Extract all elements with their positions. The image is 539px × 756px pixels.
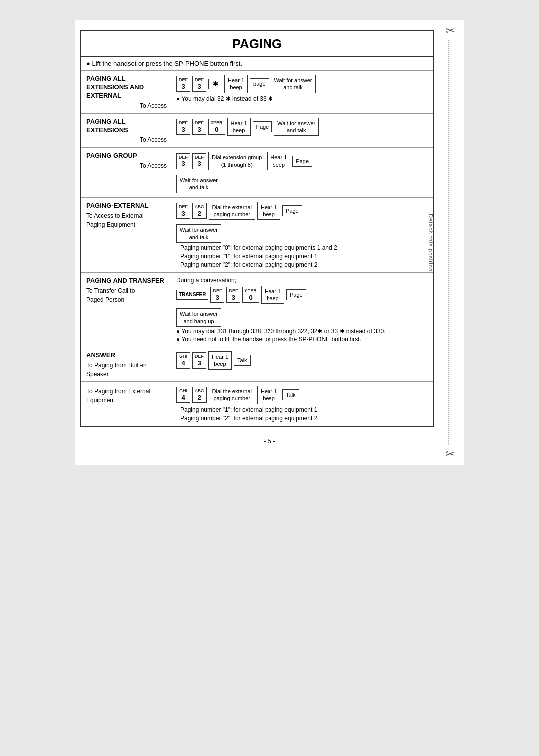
section-label-answer: ANSWERTo Paging from Built-inSpeaker [81, 347, 171, 381]
section-sub2: Equipment [86, 397, 167, 404]
section-sub2: Paging Equipment [86, 221, 167, 228]
section-content-answer: GHI4DEF3Hear 1 beepTalk [171, 347, 433, 381]
wait-box: Wait for answer and talk [176, 175, 221, 193]
section-title: PAGING ALL EXTENSIONS [86, 118, 167, 135]
key-row: GHI4ABC2Dial the external paging numberH… [176, 386, 428, 404]
page-title: PAGING [81, 31, 433, 57]
section-title: PAGING AND TRANSFER [86, 277, 167, 285]
section-row-paging-and-transfer: PAGING AND TRANSFERTo Transfer Call toPa… [81, 273, 433, 347]
main-content: PAGING Lift the handset or press the SP-… [80, 30, 434, 427]
detach-label: Detach this position [428, 214, 434, 272]
scissors-top-icon: ✂ [446, 25, 455, 36]
section-content-paging-all-ext: DEF3DEF30PER0Hear 1 beepPageWait for ans… [171, 114, 433, 148]
section-sub: To Access [86, 136, 167, 143]
section-sub1: To Paging from Built-in [86, 362, 167, 369]
indent-note: Paging number "2": for external paging e… [180, 261, 428, 268]
key-row: TRANSFERDEF3DEF30PER0Hear 1 beepPage [176, 286, 428, 304]
section-title: ANSWER [86, 351, 167, 360]
section-content-paging-group: DEF3DEF3Dial extension group (1 through … [171, 148, 433, 197]
page-wrapper: ✂ Detach this position ✂ PAGING Lift the… [75, 20, 464, 465]
indent-note: Paging number "1": for external paging e… [180, 253, 428, 260]
scissors-bottom-icon: ✂ [446, 449, 455, 460]
wait-box: Wait for answer and hang up [176, 308, 221, 327]
section-sub: To Access [86, 162, 167, 169]
section-sub1: To Access to External [86, 212, 167, 219]
section-sub2: Speaker [86, 371, 167, 378]
section-sub: To Access [86, 102, 167, 109]
section-sub1: To Transfer Call to [86, 287, 167, 294]
indent-note: Paging number "2": for external paging e… [180, 415, 428, 422]
bullet-note: You may dial 331 through 338, 320 throug… [176, 328, 428, 335]
section-content-answer-external: GHI4ABC2Dial the external paging numberH… [171, 382, 433, 426]
note-line: You may dial 32 ✱ instead of 33 ✱ [176, 95, 428, 102]
section-label-paging-all-ext: PAGING ALL EXTENSIONSTo Access [81, 114, 171, 148]
key-row: DEF3DEF30PER0Hear 1 beepPageWait for ans… [176, 118, 428, 136]
intro-line: Lift the handset or press the SP-PHONE b… [81, 57, 433, 71]
indent-note: Paging number "0": for external paging e… [180, 244, 428, 251]
section-label-paging-external: PAGING-EXTERNALTo Access to ExternalPagi… [81, 198, 171, 272]
key-row: DEF3ABC2Dial the external paging numberH… [176, 202, 428, 220]
section-label-answer-external: To Paging from ExternalEquipment [81, 382, 171, 426]
section-row-paging-group: PAGING GROUPTo AccessDEF3DEF3Dial extens… [81, 148, 433, 197]
section-content-paging-external: DEF3ABC2Dial the external paging numberH… [171, 198, 433, 272]
section-row-paging-all-ext: PAGING ALL EXTENSIONSTo AccessDEF3DEF30P… [81, 114, 433, 148]
key-row: DEF3DEF3✱Hear 1 beeppageWait for answer … [176, 75, 428, 93]
section-sub1: To Paging from External [86, 388, 167, 395]
sections-container: PAGING ALL EXTENSIONS AND EXTERNALTo Acc… [81, 71, 433, 426]
section-label-paging-all-ext-external: PAGING ALL EXTENSIONS AND EXTERNALTo Acc… [81, 71, 171, 113]
section-sub2: Paged Person [86, 296, 167, 303]
section-row-paging-all-ext-external: PAGING ALL EXTENSIONS AND EXTERNALTo Acc… [81, 71, 433, 114]
section-title: PAGING ALL EXTENSIONS AND EXTERNAL [86, 75, 167, 100]
page-number: - 5 - [75, 437, 464, 445]
section-label-paging-group: PAGING GROUPTo Access [81, 148, 171, 197]
section-title: PAGING-EXTERNAL [86, 202, 167, 210]
section-row-answer: ANSWERTo Paging from Built-inSpeakerGHI4… [81, 347, 433, 382]
section-title: PAGING GROUP [86, 152, 167, 160]
section-label-paging-and-transfer: PAGING AND TRANSFERTo Transfer Call toPa… [81, 273, 171, 347]
wait-box: Wait for answer and talk [176, 224, 221, 243]
section-content-paging-all-ext-external: DEF3DEF3✱Hear 1 beeppageWait for answer … [171, 71, 433, 113]
text-line: During a conversation; [176, 277, 428, 284]
detach-line [448, 40, 449, 445]
key-row: DEF3DEF3Dial extension group (1 through … [176, 152, 428, 170]
section-row-answer-external: To Paging from ExternalEquipmentGHI4ABC2… [81, 382, 433, 426]
section-row-paging-external: PAGING-EXTERNALTo Access to ExternalPagi… [81, 198, 433, 273]
key-row: GHI4DEF3Hear 1 beepTalk [176, 351, 428, 370]
section-content-paging-and-transfer: During a conversation;TRANSFERDEF3DEF30P… [171, 273, 433, 347]
bullet-note: You need not to lift the handset or pres… [176, 336, 428, 343]
indent-note: Paging number "1": for external paging e… [180, 406, 428, 413]
